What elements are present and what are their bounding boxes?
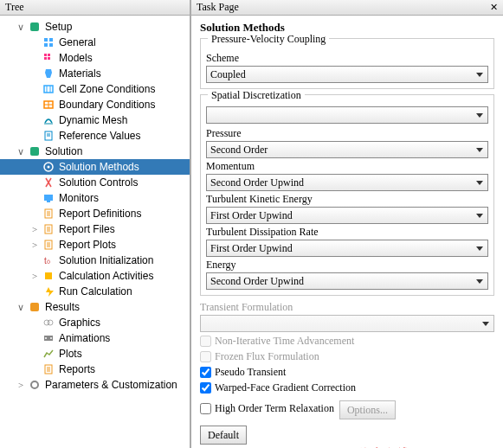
setup-icon [28,20,42,34]
checkbox-pseudo[interactable]: Pseudo Transient [200,366,494,379]
svg-rect-25 [47,201,50,202]
pressure-dropdown[interactable]: Second Order [206,141,488,158]
slnmethods-icon [42,160,55,174]
tree-item-label: Run Calculation [57,285,134,298]
checkbox-nita-input [200,336,211,347]
tree-item-label: Models [57,52,94,64]
tree-item-dynamic-mesh[interactable]: Dynamic Mesh [0,112,190,128]
tree[interactable]: ∨SetupGeneralModelsMaterialsCell Zone Co… [0,16,190,448]
svg-rect-7 [44,57,47,60]
checkbox-hotr-input[interactable] [200,403,211,414]
tree-item-label: Solution Methods [57,161,186,173]
slninit-icon: t₀ [42,253,55,267]
reportplots-icon [42,238,55,252]
task-body: Solution Methods Pressure-Velocity Coupl… [191,16,503,448]
tdr-label: Turbulent Dissipation Rate [206,226,488,239]
tree-item-run-calculation[interactable]: Run Calculation [0,284,190,299]
tree-item-plots[interactable]: Plots [0,346,190,362]
tree-item-general[interactable]: General [0,35,190,50]
checkbox-wfgc-input[interactable] [200,382,211,394]
task-header: Task Page ✕ [191,0,503,16]
momentum-dropdown[interactable]: Second Order Upwind [206,174,488,191]
tree-item-label: General [57,36,98,48]
tree-item-animations[interactable]: Animations [0,330,190,346]
scheme-label: Scheme [206,52,488,65]
tree-item-solution-controls[interactable]: Solution Controls [0,175,190,190]
tree-item-solution-methods[interactable]: Solution Methods [0,159,190,175]
group-pvc-title: Pressure-Velocity Coupling [208,33,329,46]
momentum-label: Momentum [206,160,488,173]
gradient-dropdown[interactable] [206,106,488,124]
scheme-dropdown[interactable]: Coupled [206,66,488,83]
chevron-down-icon[interactable]: ∨ [16,146,26,157]
tdr-dropdown[interactable]: First Order Upwind [206,240,488,257]
tree-item-setup[interactable]: ∨Setup [0,19,190,35]
task-panel: Task Page ✕ Solution Methods Pressure-Ve… [190,0,503,448]
monitors-icon [42,191,55,205]
solution-icon [28,144,42,158]
tree-item-solution[interactable]: ∨Solution [0,144,190,159]
materials-icon [42,67,55,80]
svg-rect-40 [30,303,39,311]
transient-label: Transient Formulation [200,301,494,314]
tree-item-reference-values[interactable]: Reference Values [0,128,190,144]
tree-item-report-plots[interactable]: >Report Plots [0,237,190,253]
tree-item-materials[interactable]: Materials [0,66,190,81]
tree-item-label: Setup [43,21,74,33]
checkbox-pseudo-input[interactable] [200,367,211,378]
tree-item-label: Report Definitions [57,208,143,220]
chevron-right-icon[interactable]: > [29,240,40,250]
svg-point-44 [45,337,47,339]
transient-dropdown [200,315,494,332]
chevron-right-icon[interactable]: > [16,380,26,390]
chevron-right-icon[interactable]: > [29,224,40,234]
checkbox-fff-input [200,351,211,362]
tree-item-reports[interactable]: Reports [0,362,190,377]
calcact-icon [42,269,55,283]
tree-item-label: Solution Controls [57,176,139,189]
svg-rect-6 [48,54,50,56]
tree-item-results[interactable]: ∨Results [0,299,190,315]
tree-item-graphics[interactable]: Graphics [0,315,190,330]
tree-item-label: Solution [43,145,84,157]
tree-item-label: Plots [57,348,84,360]
tke-dropdown[interactable]: First Order Upwind [206,207,488,224]
chevron-down-icon[interactable]: ∨ [16,302,26,313]
tree-item-monitors[interactable]: Monitors [0,190,190,206]
tree-title: Tree [5,1,24,14]
chevron-down-icon[interactable]: ∨ [16,22,26,33]
tree-item-label: Animations [57,332,112,344]
tree-item-solution-initialization[interactable]: t₀Solution Initialization [0,253,190,268]
models-icon [42,51,55,65]
svg-point-42 [48,320,53,325]
boundary-icon [42,98,55,112]
svg-rect-39 [45,272,52,279]
svg-point-50 [31,381,38,388]
tree-item-cell-zone-conditions[interactable]: Cell Zone Conditions [0,81,190,97]
checkbox-nita: Non-Iterative Time Advancement [200,335,494,348]
tree-item-label: Monitors [57,192,100,204]
checkbox-fff: Frozen Flux Formulation [200,350,494,363]
tree-header: Tree [0,0,190,16]
tree-item-calculation-activities[interactable]: >Calculation Activities [0,268,190,284]
tree-item-boundary-conditions[interactable]: Boundary Conditions [0,97,190,112]
tree-item-report-files[interactable]: >Report Files [0,221,190,237]
tree-item-report-definitions[interactable]: Report Definitions [0,206,190,221]
checkbox-hotr[interactable]: High Order Term Relaxation [200,402,334,415]
checkbox-wfgc[interactable]: Warped-Face Gradient Correction [200,381,494,394]
tree-item-parameters-customization[interactable]: >Parameters & Customization [0,377,190,393]
reportfiles-icon [42,222,55,236]
chevron-right-icon[interactable]: > [29,271,40,281]
tree-item-models[interactable]: Models [0,50,190,66]
svg-rect-1 [44,38,48,42]
svg-rect-24 [44,195,53,201]
energy-dropdown[interactable]: Second Order Upwind [206,272,488,290]
general-icon [42,35,55,49]
close-icon[interactable]: ✕ [490,2,498,13]
default-button[interactable]: Default [200,426,247,445]
slncontrols-icon [42,176,55,189]
svg-point-21 [48,166,50,169]
pressure-label: Pressure [206,127,488,140]
tree-item-label: Dynamic Mesh [57,114,129,126]
dynmesh-icon [42,113,55,127]
